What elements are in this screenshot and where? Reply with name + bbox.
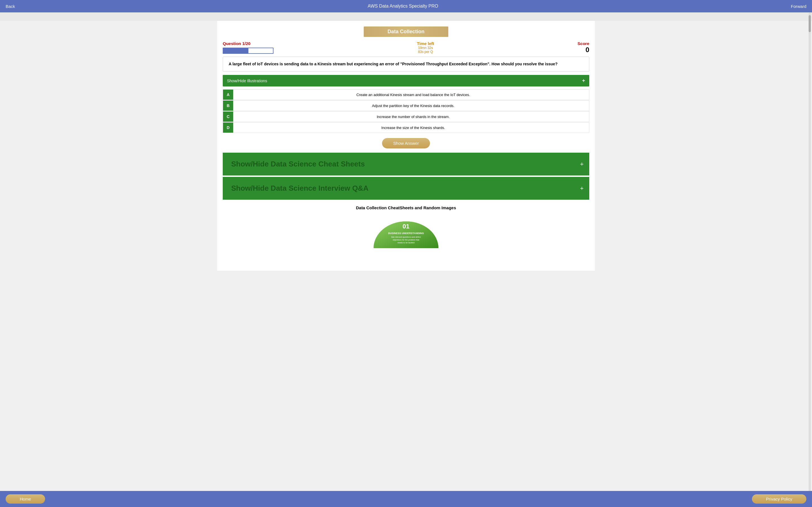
timer-section: Time left 19mn 32s 83s per Q: [417, 41, 434, 54]
scroll-thumb[interactable]: [809, 15, 811, 32]
option-a[interactable]: A Create an additional Kinesis stream an…: [223, 89, 589, 100]
option-a-text: Create an additional Kinesis stream and …: [238, 91, 589, 99]
cheatsheets-bottom-title: Data Collection CheatSheets and Random I…: [229, 205, 583, 210]
question-header: Question 1/20 Time left 19mn 32s 83s per…: [223, 41, 589, 54]
show-answer-container: Show Answer: [223, 138, 589, 149]
cheat-sheets-section[interactable]: Show/Hide Data Science Cheat Sheets +: [223, 153, 589, 175]
progress-segment-1: [223, 48, 248, 53]
question-label-section: Question 1/20: [223, 41, 273, 54]
option-b[interactable]: B Adjust the partition key of the Kinesi…: [223, 100, 589, 111]
option-d-label: D: [223, 122, 233, 133]
show-answer-button[interactable]: Show Answer: [382, 138, 430, 149]
interview-title: Show/Hide Data Science Interview Q&A: [231, 184, 368, 192]
illustrations-toggle[interactable]: Show/Hide Illustrations +: [223, 75, 589, 87]
option-c-text: Increase the number of shards in the str…: [238, 112, 589, 121]
time-value: 19mn 32s: [417, 46, 434, 50]
question-label: Question 1/20: [223, 41, 273, 46]
interview-plus-icon[interactable]: +: [580, 185, 583, 192]
answer-options: A Create an additional Kinesis stream an…: [223, 89, 589, 133]
score-value: 0: [577, 46, 589, 54]
option-a-label: A: [223, 90, 233, 100]
svg-text:BUSINESS UNDERSTANDING: BUSINESS UNDERSTANDING: [388, 232, 424, 235]
score-label: Score: [577, 41, 589, 46]
back-button[interactable]: Back: [6, 4, 15, 9]
option-d-text: Increase the size of the Kinesis shards.: [238, 123, 589, 132]
time-label: Time left: [417, 41, 434, 46]
app-title: AWS Data Analytics Specialty PRO: [368, 4, 438, 9]
forward-button[interactable]: Forward: [791, 4, 806, 9]
progress-bar: [223, 48, 273, 54]
option-d[interactable]: D Increase the size of the Kinesis shard…: [223, 122, 589, 133]
cheatsheets-bottom: Data Collection CheatSheets and Random I…: [223, 200, 589, 254]
illustrations-plus-icon: +: [582, 78, 585, 83]
question-text: A large fleet of IoT devices is sending …: [229, 62, 557, 66]
main-content: Data Collection Question 1/20 Time left …: [217, 21, 595, 271]
illustrations-label: Show/Hide Illustrations: [227, 78, 267, 83]
score-section: Score 0: [577, 41, 589, 54]
option-b-label: B: [223, 101, 233, 111]
cheat-sheets-plus-icon[interactable]: +: [580, 161, 583, 168]
question-box: A large fleet of IoT devices is sending …: [223, 57, 589, 71]
chart-svg: 01 BUSINESS UNDERSTANDING Ask relevant q…: [372, 214, 440, 248]
scrollbar[interactable]: [809, 12, 811, 271]
category-banner: Data Collection: [364, 26, 448, 37]
interview-section[interactable]: Show/Hide Data Science Interview Q&A +: [223, 177, 589, 200]
cheat-sheets-title: Show/Hide Data Science Cheat Sheets: [231, 160, 365, 168]
svg-text:01: 01: [403, 223, 409, 230]
option-c[interactable]: C Increase the number of shards in the s…: [223, 111, 589, 122]
progress-segment-2: [248, 48, 273, 53]
option-b-text: Adjust the partition key of the Kinesis …: [238, 101, 589, 110]
svg-text:needs to be tackled: needs to be tackled: [398, 242, 415, 244]
svg-text:Ask relevant questions and def: Ask relevant questions and define: [391, 236, 421, 238]
app-header: Back AWS Data Analytics Specialty PRO Fo…: [0, 0, 812, 12]
svg-text:objectives for the problem tha: objectives for the problem that: [393, 239, 419, 241]
top-bar: [0, 12, 812, 21]
time-per-question: 83s per Q: [417, 50, 434, 54]
option-c-label: C: [223, 112, 233, 122]
